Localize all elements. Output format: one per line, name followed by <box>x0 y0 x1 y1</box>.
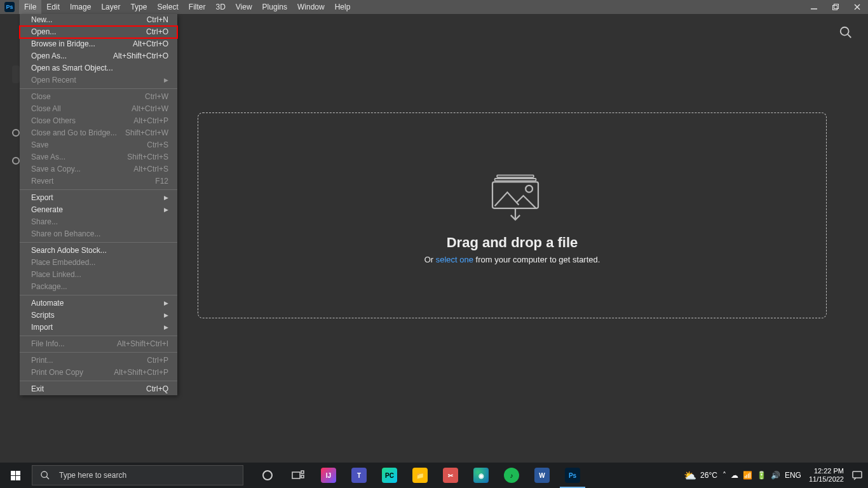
menuitem-print-one-copy: Print One CopyAlt+Shift+Ctrl+P <box>20 367 177 379</box>
restore-button[interactable] <box>825 0 846 14</box>
svg-rect-1 <box>833 6 837 10</box>
menuitem-shortcut: Ctrl+N <box>147 15 168 25</box>
menuitem-shortcut: Alt+Ctrl+S <box>133 165 168 174</box>
taskbar-app-pycharm[interactable]: PC <box>374 463 405 488</box>
left-tool-button[interactable] <box>12 65 20 83</box>
menu-edit[interactable]: Edit <box>41 0 65 14</box>
menuitem-label: Save a Copy... <box>31 165 81 174</box>
taskbar-app-edge[interactable]: ◉ <box>466 463 496 488</box>
left-toolbar <box>12 65 20 165</box>
taskbar-app-spotify[interactable]: ♪ <box>496 463 527 488</box>
menu-separator <box>20 352 177 353</box>
minimize-button[interactable] <box>803 0 825 14</box>
menuitem-shortcut: Ctrl+S <box>147 140 168 150</box>
menuitem-browse-in-bridge[interactable]: Browse in Bridge...Alt+Ctrl+O <box>20 38 177 50</box>
menuitem-file-info: File Info...Alt+Shift+Ctrl+I <box>20 338 177 350</box>
svg-line-6 <box>848 34 851 37</box>
menu-help[interactable]: Help <box>330 0 356 14</box>
menuitem-import[interactable]: Import▶ <box>20 322 177 334</box>
menuitem-scripts[interactable]: Scripts▶ <box>20 309 177 322</box>
taskbar-app-snip[interactable]: ✂ <box>435 463 466 488</box>
task-view-icon[interactable] <box>283 463 313 488</box>
menuitem-place-embedded: Place Embedded... <box>20 257 177 269</box>
app-logo-text: Ps <box>4 2 15 12</box>
menuitem-generate[interactable]: Generate▶ <box>20 204 177 216</box>
menuitem-label: Print One Copy <box>31 368 83 377</box>
clock-time: 12:22 PM <box>809 467 844 475</box>
menuitem-label: Export <box>31 193 53 203</box>
menu-type[interactable]: Type <box>125 0 152 14</box>
menuitem-open-as-smart-object[interactable]: Open as Smart Object... <box>20 62 177 74</box>
tray-battery-icon[interactable]: 🔋 <box>757 471 766 480</box>
drop-area[interactable]: Drag and drop a file Or select one from … <box>198 112 827 318</box>
menuitem-label: Generate <box>31 205 63 215</box>
select-one-link[interactable]: select one <box>436 255 473 264</box>
submenu-arrow-icon: ▶ <box>164 323 168 332</box>
notifications-icon[interactable] <box>851 470 863 481</box>
menuitem-search-adobe-stock[interactable]: Search Adobe Stock... <box>20 245 177 257</box>
windows-taskbar: Type here to search IJ T PC 📁 ✂ ◉ ♪ W Ps… <box>0 463 868 488</box>
menu-window[interactable]: Window <box>292 0 330 14</box>
taskbar-search-placeholder: Type here to search <box>59 471 126 480</box>
menuitem-close-others: Close OthersAlt+Ctrl+P <box>20 115 177 127</box>
submenu-arrow-icon: ▶ <box>164 311 168 320</box>
taskbar-clock[interactable]: 12:22 PM 11/15/2022 <box>806 467 846 484</box>
menu-filter[interactable]: Filter <box>184 0 211 14</box>
menu-layer[interactable]: Layer <box>96 0 125 14</box>
tray-chevron-up-icon[interactable]: ˄ <box>722 471 726 480</box>
menu-view[interactable]: View <box>231 0 257 14</box>
menu-separator <box>20 336 177 336</box>
tray-onedrive-icon[interactable]: ☁ <box>731 471 738 480</box>
submenu-arrow-icon: ▶ <box>164 205 168 215</box>
taskbar-app-explorer[interactable]: 📁 <box>405 463 435 488</box>
menu-file[interactable]: File <box>19 0 41 14</box>
menuitem-shortcut: Ctrl+Q <box>146 384 168 394</box>
menu-separator <box>20 295 177 295</box>
menu-image[interactable]: Image <box>65 0 96 14</box>
menu-select[interactable]: Select <box>152 0 183 14</box>
menuitem-export[interactable]: Export▶ <box>20 192 177 204</box>
menuitem-label: Package... <box>31 282 67 292</box>
tray-network-icon[interactable]: 📶 <box>743 471 752 480</box>
taskbar-app-photoshop[interactable]: Ps <box>557 463 588 488</box>
taskbar-app-word[interactable]: W <box>527 463 557 488</box>
svg-rect-18 <box>853 471 862 478</box>
menuitem-shortcut: F12 <box>155 177 168 186</box>
taskbar-search[interactable]: Type here to search <box>32 465 243 485</box>
drop-area-subtitle: Or select one from your computer to get … <box>424 255 600 264</box>
cortana-icon[interactable] <box>252 463 283 488</box>
drop-area-title: Drag and drop a file <box>447 234 578 251</box>
menuitem-save-a-copy: Save a Copy...Alt+Ctrl+S <box>20 163 177 175</box>
weather-widget[interactable]: ⛅ 26°C <box>684 470 717 482</box>
menu-3d[interactable]: 3D <box>210 0 230 14</box>
menu-separator <box>20 189 177 190</box>
svg-rect-2 <box>834 4 839 9</box>
search-icon[interactable] <box>839 25 853 39</box>
close-button[interactable] <box>846 0 868 14</box>
start-button[interactable] <box>0 463 31 488</box>
menuitem-label: Close and Go to Bridge... <box>31 128 117 138</box>
taskbar-app-intellij[interactable]: IJ <box>313 463 344 488</box>
menuitem-open-as[interactable]: Open As...Alt+Shift+Ctrl+O <box>20 50 177 62</box>
drop-prefix: Or <box>424 255 436 264</box>
menuitem-label: Share... <box>31 217 58 227</box>
tray-volume-icon[interactable]: 🔊 <box>771 471 780 480</box>
menuitem-package: Package... <box>20 281 177 293</box>
file-menu-dropdown: New...Ctrl+NOpen...Ctrl+OBrowse in Bridg… <box>20 14 177 395</box>
menuitem-label: Scripts <box>31 311 55 320</box>
left-circle-button-2[interactable] <box>12 157 20 165</box>
menu-plugins[interactable]: Plugins <box>257 0 292 14</box>
menuitem-label: Browse in Bridge... <box>31 39 95 49</box>
menuitem-automate[interactable]: Automate▶ <box>20 297 177 309</box>
menuitem-shortcut: Alt+Ctrl+W <box>132 104 168 114</box>
left-circle-button-1[interactable] <box>12 129 20 137</box>
menuitem-save-as: Save As...Shift+Ctrl+S <box>20 151 177 163</box>
tray-language[interactable]: ENG <box>785 471 801 480</box>
menuitem-open[interactable]: Open...Ctrl+O <box>20 26 177 38</box>
taskbar-app-teams[interactable]: T <box>344 463 374 488</box>
menuitem-label: Close <box>31 92 51 102</box>
temperature-value: 26°C <box>700 471 717 480</box>
menuitem-new[interactable]: New...Ctrl+N <box>20 14 177 26</box>
menuitem-exit[interactable]: ExitCtrl+Q <box>20 383 177 395</box>
taskbar-app-icons: IJ T PC 📁 ✂ ◉ ♪ W Ps <box>252 463 588 488</box>
